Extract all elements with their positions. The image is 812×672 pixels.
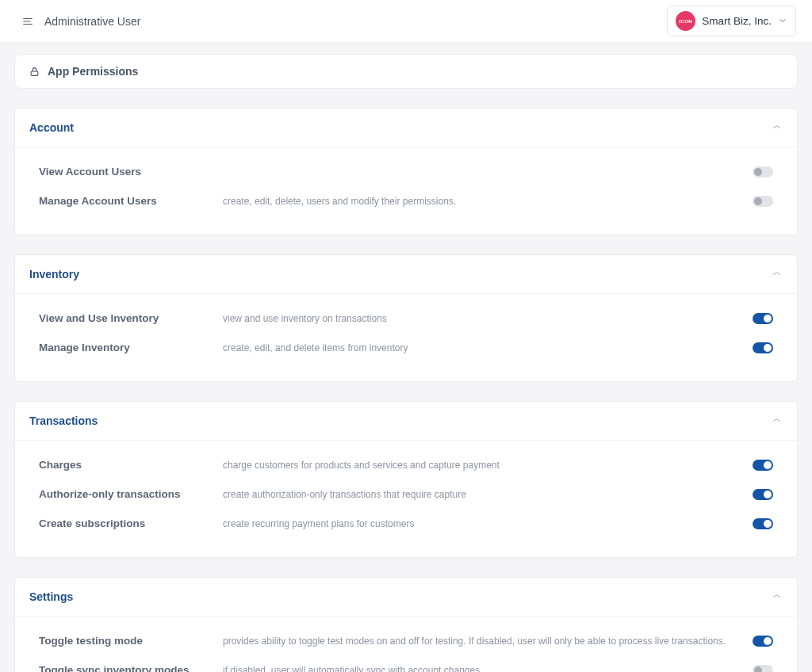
sections-root: AccountView Account UsersManage Account … — [14, 108, 798, 672]
permission-label: View Account Users — [39, 166, 223, 178]
permission-row: View Account Users — [15, 157, 797, 186]
chevron-down-icon — [778, 15, 787, 28]
section-body: View and Use Inventoryview and use inven… — [15, 294, 797, 381]
permission-label: Manage Inventory — [39, 342, 223, 353]
permission-toggle[interactable] — [753, 313, 773, 324]
permission-row: Manage Inventorycreate, edit, and delete… — [15, 333, 797, 362]
toggle-knob — [764, 491, 772, 498]
toggle-knob — [764, 315, 772, 323]
toggle-knob — [764, 344, 772, 352]
permission-label: Manage Account Users — [39, 195, 223, 207]
section-body: Chargescharge customers for products and… — [15, 441, 797, 557]
section-title: Account — [29, 121, 74, 134]
chevron-up-icon — [771, 592, 783, 601]
page-title: Administrative User — [44, 15, 140, 28]
permission-label: Toggle sync inventory modes — [39, 664, 223, 672]
toggle-knob — [764, 520, 772, 528]
section-account: AccountView Account UsersManage Account … — [14, 108, 798, 235]
permission-row: Create subscriptionscreate recurring pay… — [15, 509, 797, 538]
toggle-knob — [754, 197, 762, 205]
permission-toggle[interactable] — [753, 518, 773, 529]
permission-label: Toggle testing mode — [39, 635, 223, 647]
avatar: ICON — [676, 11, 695, 31]
permission-toggle[interactable] — [753, 665, 773, 673]
permission-row: Toggle sync inventory modesif disabled, … — [15, 655, 797, 672]
permission-toggle[interactable] — [753, 342, 773, 353]
section-header[interactable]: Account — [15, 109, 797, 147]
permission-description: create, edit, and delete items from inve… — [223, 342, 753, 353]
section-title: Settings — [29, 590, 73, 603]
permission-description: provides ability to toggle test modes on… — [223, 636, 753, 647]
section-inventory: InventoryView and Use Inventoryview and … — [14, 254, 798, 382]
toggle-knob — [754, 666, 762, 673]
permission-label: Create subscriptions — [39, 517, 223, 529]
permission-row: Toggle testing modeprovides ability to t… — [15, 626, 797, 655]
toggle-knob — [764, 637, 772, 645]
permission-description: create, edit, delete, users and modify t… — [223, 196, 753, 207]
chevron-up-icon — [771, 269, 783, 279]
permission-toggle[interactable] — [753, 489, 773, 500]
permission-description: create authorization-only transactions t… — [223, 489, 753, 500]
org-selector[interactable]: ICON Smart Biz, Inc. — [667, 6, 796, 36]
permission-toggle[interactable] — [753, 196, 773, 207]
section-header[interactable]: Settings — [15, 578, 797, 617]
panel: App Permissions — [14, 54, 798, 89]
toggle-knob — [754, 168, 762, 176]
toggle-knob — [764, 461, 772, 469]
permission-label: Charges — [39, 459, 223, 471]
permission-toggle[interactable] — [753, 636, 773, 647]
permission-label: Authorize-only transactions — [39, 488, 223, 500]
chevron-up-icon — [771, 123, 783, 132]
permission-description: view and use inventory on transactions — [223, 313, 753, 324]
svg-rect-3 — [31, 71, 38, 74]
permission-description: if disabled, user will automatically syn… — [223, 665, 753, 673]
section-settings: SettingsToggle testing modeprovides abil… — [14, 577, 798, 672]
content: App Permissions AccountView Account User… — [0, 43, 812, 672]
section-header[interactable]: Transactions — [15, 402, 797, 441]
permission-description: charge customers for products and servic… — [223, 460, 753, 471]
section-transactions: TransactionsChargescharge customers for … — [14, 401, 798, 558]
panel-header: App Permissions — [15, 55, 797, 88]
permission-label: View and Use Inventory — [39, 312, 223, 324]
section-body: Toggle testing modeprovides ability to t… — [15, 617, 797, 672]
section-body: View Account UsersManage Account Userscr… — [15, 147, 797, 235]
org-name: Smart Biz, Inc. — [702, 15, 772, 27]
section-title: Transactions — [29, 414, 98, 427]
menu-icon[interactable] — [22, 16, 33, 27]
permission-row: Manage Account Userscreate, edit, delete… — [15, 186, 797, 216]
permission-description: create recurring payment plans for custo… — [223, 518, 753, 529]
lock-icon — [29, 67, 40, 77]
section-title: Inventory — [29, 268, 79, 281]
panel-title: App Permissions — [48, 65, 138, 78]
top-bar: Administrative User ICON Smart Biz, Inc. — [0, 0, 812, 43]
permission-row: Chargescharge customers for products and… — [15, 450, 797, 479]
permission-row: View and Use Inventoryview and use inven… — [15, 304, 797, 333]
permission-toggle[interactable] — [753, 460, 773, 471]
chevron-up-icon — [771, 416, 783, 426]
permission-row: Authorize-only transactionscreate author… — [15, 479, 797, 509]
section-header[interactable]: Inventory — [15, 255, 797, 294]
permission-toggle[interactable] — [753, 166, 773, 178]
top-bar-left: Administrative User — [22, 15, 140, 28]
